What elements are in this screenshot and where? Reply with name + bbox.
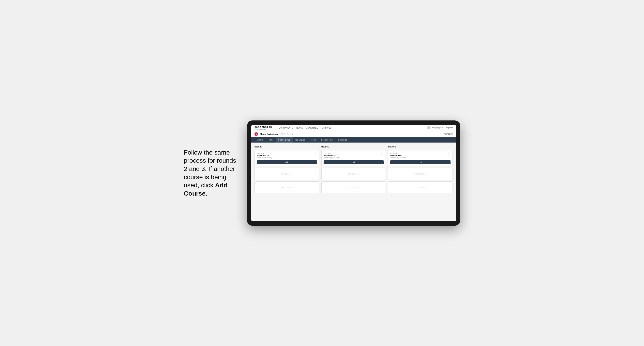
logo-title: SCOREBOARD xyxy=(254,126,272,128)
round-2-course-name: Peachtree GC xyxy=(324,155,384,157)
round-1-add-course-1[interactable]: Add Course + xyxy=(254,168,319,180)
tab-tee-groups[interactable]: Tee Groups xyxy=(292,137,308,143)
round-1-title: Round 1 xyxy=(254,146,319,148)
nav-rankings[interactable]: RANKINGS xyxy=(321,126,331,130)
round-3-add-course-text-2: Add Course + xyxy=(415,186,426,188)
logo-sub: Powered by clippd xyxy=(254,128,272,130)
round-3-add-course-text-1: Add Course + xyxy=(415,173,426,175)
gender-badge: (Men) xyxy=(281,133,285,135)
round-2-delete-icon[interactable]: ○ xyxy=(381,152,384,155)
round-3-column: Round 3 ○ (Course A) Peachtree GC Yellow… xyxy=(388,146,453,193)
nav-right: blair@clippd.io | Sign out xyxy=(427,126,453,129)
round-1-course-label: (Course A) xyxy=(257,152,317,154)
round-1-course-details: Yellow (M) (6629 yds) xyxy=(257,157,317,159)
nav-separator: | xyxy=(444,127,445,129)
round-1-add-course-text-2: Add Course + xyxy=(281,186,292,188)
nav-tournaments[interactable]: TOURNAMENTS xyxy=(278,126,293,130)
round-3-add-course-1[interactable]: Add Course + xyxy=(388,168,453,180)
page-wrapper: Follow the same process for rounds 2 and… xyxy=(184,121,460,226)
round-2-course-label: (Course A) xyxy=(324,152,384,154)
round-2-add-course-1[interactable]: Add Course + xyxy=(322,168,386,180)
sign-out-link[interactable]: Sign out xyxy=(446,127,453,129)
scoreboard-logo: SCOREBOARD Powered by clippd xyxy=(254,126,272,130)
round-3-course-card: ○ (Course A) Peachtree GC Yellow (M) (66… xyxy=(388,150,453,167)
tab-course-setup[interactable]: Course Setup xyxy=(276,137,292,143)
nav-committee[interactable]: COMMITTEE xyxy=(306,126,318,130)
brand-icon: C xyxy=(254,132,258,136)
user-email: blair@clippd.io xyxy=(432,127,443,129)
round-1-column: Round 1 ○ (Course A) Peachtree GC Yellow… xyxy=(254,146,319,193)
round-1-plus-icon-2: + xyxy=(291,186,292,188)
sub-header: C Clippd Invitational (Men) Hosting Canc… xyxy=(251,131,456,137)
tablet-screen: SCOREBOARD Powered by clippd TOURNAMENTS… xyxy=(251,125,456,221)
round-3-course-details: Yellow (M) (6629 yds) xyxy=(390,157,450,159)
round-1-plus-icon-1: + xyxy=(291,173,292,175)
round-2-course-details: Yellow (M) (6629 yds) xyxy=(324,157,384,159)
round-2-add-course-2: Add Course + xyxy=(322,181,386,193)
round-1-edit-button[interactable]: Edit xyxy=(257,160,317,164)
round-3-add-course-2: Add Course + xyxy=(388,181,453,193)
round-2-plus-icon-1: + xyxy=(358,173,359,175)
main-content: Round 1 ○ (Course A) Peachtree GC Yellow… xyxy=(251,143,456,221)
round-2-course-card: ○ (Course A) Peachtree GC Yellow (M) (66… xyxy=(322,150,386,167)
round-2-add-course-text-1: Add Course + xyxy=(348,173,359,175)
rounds-container: Round 1 ○ (Course A) Peachtree GC Yellow… xyxy=(254,146,453,193)
round-1-course-name: Peachtree GC xyxy=(257,155,317,157)
tab-printables[interactable]: Printables xyxy=(336,137,349,143)
round-3-plus-icon-1: + xyxy=(425,173,426,175)
nav-teams[interactable]: TEAMS xyxy=(296,126,303,130)
tab-results[interactable]: Results xyxy=(308,137,319,143)
round-1-add-course-2[interactable]: Add Course + xyxy=(254,181,319,193)
user-avatar xyxy=(427,126,430,129)
tab-details[interactable]: Details xyxy=(254,137,265,143)
top-nav: SCOREBOARD Powered by clippd TOURNAMENTS… xyxy=(251,125,456,131)
tab-nav: Details Teams Course Setup Tee Groups Re… xyxy=(251,137,456,143)
round-2-add-course-text-2: Add Course + xyxy=(348,186,359,188)
tournament-name: Clippd Invitational xyxy=(260,133,278,135)
instruction-text: Follow the same process for rounds 2 and… xyxy=(184,149,236,197)
round-3-plus-icon-2: + xyxy=(425,186,426,188)
round-2-edit-button[interactable]: Edit xyxy=(324,160,384,164)
round-3-course-name: Peachtree GC xyxy=(390,155,450,157)
tab-teams[interactable]: Teams xyxy=(265,137,276,143)
hosting-badge: Hosting xyxy=(287,133,292,135)
round-3-edit-button[interactable]: Edit xyxy=(390,160,450,164)
tablet-frame: SCOREBOARD Powered by clippd TOURNAMENTS… xyxy=(247,121,460,226)
round-1-add-course-text-1: Add Course + xyxy=(281,173,292,175)
round-2-column: Round 2 ○ (Course A) Peachtree GC Yellow… xyxy=(322,146,386,193)
round-3-course-label: (Course A) xyxy=(390,152,450,154)
round-2-plus-icon-2: + xyxy=(358,186,359,188)
round-2-title: Round 2 xyxy=(322,146,386,148)
cancel-button[interactable]: Cancel ✕ xyxy=(444,133,453,135)
instruction-bold: Add Course. xyxy=(184,181,227,197)
round-3-delete-icon[interactable]: ○ xyxy=(448,152,451,155)
round-1-delete-icon[interactable]: ○ xyxy=(314,152,317,155)
round-3-title: Round 3 xyxy=(388,146,453,148)
round-1-course-card: ○ (Course A) Peachtree GC Yellow (M) (66… xyxy=(254,150,319,167)
tab-leaderboards[interactable]: Leaderboards xyxy=(319,137,336,143)
instruction-panel: Follow the same process for rounds 2 and… xyxy=(184,149,239,198)
nav-links: TOURNAMENTS TEAMS COMMITTEE RANKINGS xyxy=(278,126,423,130)
